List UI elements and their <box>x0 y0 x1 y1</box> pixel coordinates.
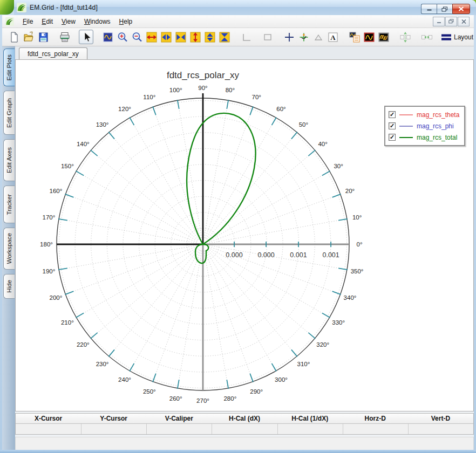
svg-text:60°: 60° <box>276 106 285 112</box>
tab-fdtd-rcs-polar-xy[interactable]: fdtd_rcs_polar_xy <box>19 47 87 59</box>
tracker-button[interactable] <box>296 30 311 44</box>
plot-properties-icon <box>349 31 361 43</box>
svg-text:350°: 350° <box>351 268 364 274</box>
axes-corner-icon <box>240 31 252 43</box>
menu-help[interactable]: Help <box>115 16 137 27</box>
link-horizontal-icon <box>421 31 433 43</box>
pointer-button[interactable] <box>79 30 93 44</box>
expand-vertical-blue-icon <box>204 31 216 43</box>
checkbox-checked-icon[interactable]: ✓ <box>389 122 396 129</box>
column-horz-d: Horz-D <box>343 414 408 423</box>
menu-view[interactable]: View <box>57 16 80 27</box>
mdi-close-button[interactable] <box>458 17 470 26</box>
mdi-restore-button[interactable] <box>445 17 457 26</box>
compress-vertical-button[interactable] <box>217 30 232 44</box>
edit-curve-icon <box>363 31 375 43</box>
edit-curves-icon <box>378 31 390 43</box>
sidebar-tab-hide[interactable]: Hide <box>3 274 15 299</box>
document-icon[interactable] <box>5 17 14 26</box>
svg-text:300°: 300° <box>275 376 288 383</box>
save-file-icon <box>37 31 49 43</box>
title-bar[interactable]: EM.Grid - [fdtd_tut14d] <box>14 0 476 15</box>
sidebar-tab-edit-axes[interactable]: Edit Axes <box>3 139 15 181</box>
expand-horizontal-blue-button[interactable] <box>159 30 173 44</box>
cursor-table-values <box>16 424 473 434</box>
pointer-icon <box>80 31 92 43</box>
toolbar: A Layout <box>2 28 474 46</box>
svg-text:160°: 160° <box>50 188 63 194</box>
expand-horizontal-red-button[interactable] <box>144 30 159 44</box>
legend-label[interactable]: mag_rcs_phi <box>417 122 454 130</box>
link-vertical-icon <box>399 31 411 43</box>
svg-text:0.001: 0.001 <box>322 251 339 259</box>
restore-button[interactable] <box>437 4 452 14</box>
svg-text:110°: 110° <box>143 94 155 100</box>
document-tab-bar: fdtd_rcs_polar_xy <box>15 46 474 59</box>
menu-edit[interactable]: Edit <box>37 16 57 27</box>
mdi-minimize-button[interactable] <box>433 17 445 26</box>
svg-text:90°: 90° <box>198 85 207 91</box>
svg-text:220°: 220° <box>77 341 90 348</box>
legend-label[interactable]: mag_rcs_theta <box>417 111 459 119</box>
window-frame <box>0 450 476 453</box>
svg-text:190°: 190° <box>43 268 56 274</box>
sidebar-tab-edit-graph[interactable]: Edit Graph <box>3 91 15 135</box>
text-label-icon: A <box>327 31 339 43</box>
new-file-button[interactable] <box>6 30 21 44</box>
app-window: EM.Grid - [fdtd_tut14d] File Edit View W… <box>0 0 476 453</box>
open-file-button[interactable] <box>21 30 36 44</box>
save-file-button[interactable] <box>36 30 50 44</box>
polar-plot-area[interactable]: 0.0000.0000.0010.0010°10°20°30°40°50°60°… <box>15 59 474 411</box>
open-file-icon <box>23 31 35 43</box>
marker-triangle-button[interactable] <box>311 30 325 44</box>
sidebar-tab-workspace[interactable]: Workspace <box>3 228 15 270</box>
link-vertical-button[interactable] <box>398 30 412 44</box>
zoom-to-fit-icon <box>102 31 114 43</box>
axes-corner-button[interactable] <box>239 30 253 44</box>
text-label-button[interactable]: A <box>325 30 340 44</box>
svg-text:120°: 120° <box>118 106 131 112</box>
checkbox-checked-icon[interactable]: ✓ <box>389 134 396 141</box>
svg-text:140°: 140° <box>77 141 90 147</box>
legend-row-2: ✓ mag_rcs_total <box>389 132 459 143</box>
column-h-cal-1dx: H-Cal (1/dX) <box>277 414 343 423</box>
column-x-cursor: X-Cursor <box>16 414 81 423</box>
edit-curves-button[interactable] <box>376 30 391 44</box>
expand-vertical-red-button[interactable] <box>188 30 202 44</box>
zoom-in-button[interactable] <box>115 30 130 44</box>
svg-text:40°: 40° <box>318 141 327 147</box>
link-horizontal-button[interactable] <box>419 30 434 44</box>
svg-text:180°: 180° <box>40 241 53 248</box>
checkbox-checked-icon[interactable]: ✓ <box>389 111 396 118</box>
expand-horizontal-red-icon <box>146 31 158 43</box>
zoom-out-button[interactable] <box>130 30 144 44</box>
status-strip <box>15 437 474 451</box>
close-button[interactable] <box>452 4 470 14</box>
sidebar-tab-edit-plots[interactable]: Edit Plots <box>3 49 15 86</box>
svg-text:170°: 170° <box>43 214 56 221</box>
zoom-to-fit-button[interactable] <box>100 30 115 44</box>
legend-line-sample <box>399 137 413 138</box>
svg-text:310°: 310° <box>297 361 310 367</box>
crosshair-icon <box>283 31 295 43</box>
edit-curve-button[interactable] <box>362 30 376 44</box>
svg-text:240°: 240° <box>118 376 131 383</box>
print-button[interactable] <box>57 30 72 44</box>
crosshair-button[interactable] <box>282 30 296 44</box>
menu-windows[interactable]: Windows <box>80 16 115 27</box>
plot-properties-button[interactable] <box>347 30 362 44</box>
sidebar-tab-tracker[interactable]: Tracker <box>3 186 15 223</box>
value-vert-d <box>408 424 473 434</box>
expand-vertical-blue-button[interactable] <box>202 30 217 44</box>
svg-text:0.000: 0.000 <box>226 251 242 259</box>
svg-text:280°: 280° <box>223 395 236 402</box>
layout-button[interactable]: Layout <box>441 32 474 42</box>
menu-file[interactable]: File <box>18 16 37 27</box>
new-file-icon <box>8 31 20 43</box>
svg-text:230°: 230° <box>96 361 109 367</box>
region-box-button[interactable] <box>260 30 275 44</box>
legend-row-1: ✓ mag_rcs_phi <box>389 120 459 132</box>
legend-label[interactable]: mag_rcs_total <box>417 134 457 141</box>
compress-horizontal-button[interactable] <box>173 30 188 44</box>
minimize-button[interactable] <box>421 4 437 14</box>
